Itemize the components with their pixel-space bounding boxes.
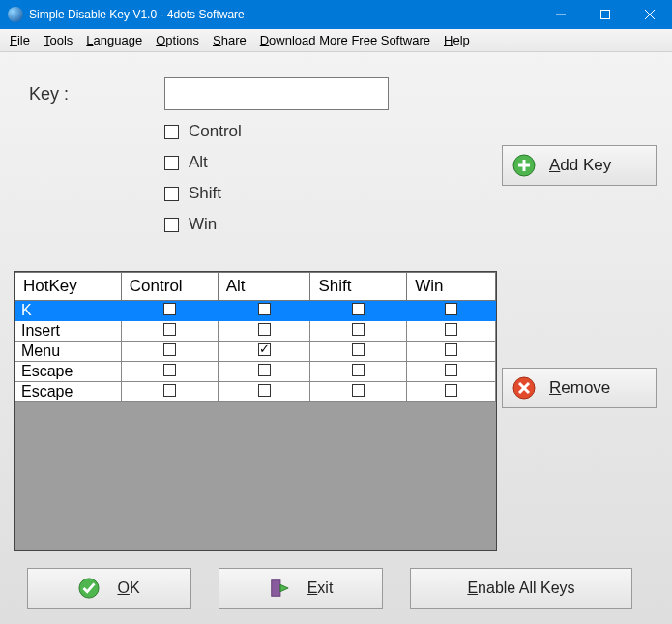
checkbox-icon[interactable] [258,343,271,356]
key-row: Key : [29,77,389,110]
checkbox-shift[interactable]: Shift [164,184,242,203]
checkbox-icon[interactable] [445,323,457,336]
menu-download[interactable]: Download More Free Software [260,33,430,47]
alt-cell[interactable] [218,342,310,362]
checkbox-control[interactable]: Control [164,122,242,141]
modifier-checkboxes: Control Alt Shift Win [164,122,242,234]
checkbox-icon [164,125,179,139]
app-icon [8,7,23,22]
menu-file[interactable]: File [10,33,30,47]
control-cell[interactable] [121,382,218,402]
hotkey-table: HotKey Control Alt Shift Win KInsertMenu… [14,271,497,551]
col-alt[interactable]: Alt [218,273,310,301]
hotkey-cell[interactable]: K [15,301,122,321]
key-input[interactable] [164,77,389,110]
col-win[interactable]: Win [407,273,496,301]
checkbox-label: Alt [189,153,208,172]
checkbox-icon[interactable] [352,364,365,376]
table-header-row: HotKey Control Alt Shift Win [15,273,496,301]
button-label: Remove [549,378,610,398]
exit-button[interactable]: Exit [219,568,383,609]
checkbox-icon[interactable] [352,384,365,397]
shift-cell[interactable] [310,382,407,402]
checkbox-label: Shift [189,184,221,203]
table-row[interactable]: K [15,301,496,321]
col-hotkey[interactable]: HotKey [15,273,122,301]
menu-share[interactable]: Share [213,33,247,47]
check-icon [78,578,100,599]
menu-options[interactable]: Options [156,33,199,47]
win-cell[interactable] [407,362,496,382]
checkbox-icon[interactable] [258,384,271,397]
checkbox-icon[interactable] [352,343,365,356]
titlebar: Simple Disable Key V1.0 - 4dots Software [0,0,672,29]
checkbox-icon[interactable] [163,343,176,356]
checkbox-icon[interactable] [445,384,457,397]
ok-button[interactable]: OK [27,568,191,609]
checkbox-icon[interactable] [163,364,176,376]
alt-cell[interactable] [218,382,310,402]
plus-icon [512,154,536,177]
menubar: File Tools Language Options Share Downlo… [0,29,672,52]
checkbox-icon[interactable] [445,343,457,356]
window-title: Simple Disable Key V1.0 - 4dots Software [29,8,245,21]
checkbox-icon[interactable] [163,303,176,315]
key-label: Key : [29,84,164,104]
win-cell[interactable] [407,382,496,402]
hotkey-cell[interactable]: Menu [15,342,122,362]
shift-cell[interactable] [310,321,407,342]
alt-cell[interactable] [218,321,310,342]
enable-all-button[interactable]: Enable All Keys [410,568,632,609]
menu-tools[interactable]: Tools [44,33,73,47]
shift-cell[interactable] [310,362,407,382]
win-cell[interactable] [407,301,496,321]
control-cell[interactable] [121,342,218,362]
col-shift[interactable]: Shift [310,273,407,301]
control-cell[interactable] [121,362,218,382]
close-button[interactable] [628,0,672,29]
menu-help[interactable]: Help [444,33,470,47]
checkbox-icon[interactable] [445,364,457,376]
checkbox-icon[interactable] [258,364,271,376]
checkbox-icon[interactable] [258,303,271,315]
win-cell[interactable] [407,321,496,342]
bottom-buttons: OK Exit Enable All Keys [27,568,632,609]
button-label: Add Key [549,156,611,175]
checkbox-icon [164,156,179,170]
checkbox-icon[interactable] [445,303,457,315]
col-control[interactable]: Control [121,273,218,301]
table-row[interactable]: Menu [15,342,496,362]
remove-button[interactable]: Remove [502,368,657,408]
maximize-button[interactable] [583,0,628,29]
hotkey-cell[interactable]: Escape [15,382,122,402]
checkbox-win[interactable]: Win [164,215,242,234]
add-key-button[interactable]: Add Key [502,145,657,186]
checkbox-label: Control [189,122,242,141]
shift-cell[interactable] [310,301,407,321]
table-row[interactable]: Insert [15,321,496,342]
delete-icon [512,376,536,400]
checkbox-icon[interactable] [352,323,365,336]
win-cell[interactable] [407,342,496,362]
table-row[interactable]: Escape [15,382,496,402]
hotkey-cell[interactable]: Insert [15,321,122,342]
checkbox-icon[interactable] [163,323,176,336]
checkbox-icon[interactable] [163,384,176,397]
button-label: OK [117,579,139,597]
checkbox-icon[interactable] [258,323,271,336]
button-label: Exit [307,579,334,597]
svg-rect-11 [271,580,279,597]
minimize-button[interactable] [539,0,583,29]
checkbox-icon[interactable] [352,303,365,315]
checkbox-alt[interactable]: Alt [164,153,242,172]
svg-marker-12 [280,584,288,591]
control-cell[interactable] [121,321,218,342]
alt-cell[interactable] [218,362,310,382]
alt-cell[interactable] [218,301,310,321]
control-cell[interactable] [121,301,218,321]
menu-language[interactable]: Language [86,33,142,47]
window-buttons [539,0,672,29]
hotkey-cell[interactable]: Escape [15,362,122,382]
table-row[interactable]: Escape [15,362,496,382]
shift-cell[interactable] [310,342,407,362]
